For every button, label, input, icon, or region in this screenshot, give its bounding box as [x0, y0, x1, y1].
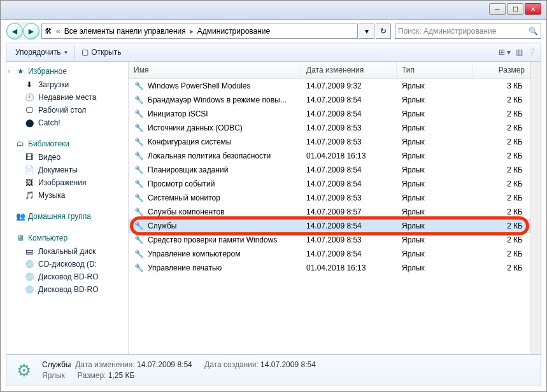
- nav-computer-header[interactable]: 🖥 Компьютер: [6, 231, 128, 245]
- nav-libraries-label: Библиотеки: [28, 139, 69, 148]
- file-row[interactable]: 🔧Службы компонентов14.07.2009 8:57Ярлык2…: [129, 205, 530, 219]
- file-date: 14.07.2009 8:53: [301, 137, 397, 146]
- shortcut-icon: 🔧: [134, 123, 144, 133]
- navigation-pane[interactable]: ▿ ★ Избранное ⬇Загрузки🕘Недавние места🖵Р…: [6, 62, 129, 354]
- file-name: Системный монитор: [148, 193, 220, 202]
- file-date: 14.07.2009 8:53: [301, 123, 397, 132]
- breadcrumb-chevron-icon[interactable]: ▸: [188, 27, 195, 36]
- nav-libraries-header[interactable]: 🗂 Библиотеки: [6, 137, 128, 151]
- nav-computer-label: Компьютер: [28, 234, 67, 242]
- file-row[interactable]: 🔧Службы14.07.2009 8:54Ярлык2 КБ: [129, 219, 530, 233]
- file-name: Просмотр событий: [148, 179, 215, 188]
- file-row[interactable]: 🔧Средство проверки памяти Windows14.07.2…: [129, 233, 530, 247]
- file-rows: 🔧Windows PowerShell Modules14.07.2009 9:…: [129, 79, 530, 354]
- file-row[interactable]: 🔧Управление компьютером14.07.2009 8:54Яр…: [129, 247, 530, 261]
- file-date: 14.07.2009 8:54: [301, 249, 397, 258]
- file-date: 14.07.2009 8:54: [301, 165, 397, 174]
- collapse-icon[interactable]: ▿: [8, 68, 11, 74]
- address-dropdown[interactable]: ▾: [359, 24, 374, 39]
- view-controls: ⊞ ▾ ▥ ❔: [496, 48, 537, 57]
- file-name: Конфигурация системы: [148, 137, 231, 146]
- nav-item[interactable]: 🕘Недавние места: [6, 91, 128, 104]
- column-name[interactable]: Имя: [129, 62, 301, 78]
- title-bar: ─ ☐ ✕: [1, 1, 546, 20]
- recent-icon: 🕘: [24, 92, 34, 102]
- search-box[interactable]: Поиск: Администрирование 🔍: [395, 24, 541, 39]
- nav-item[interactable]: ⬤Catch!: [6, 116, 128, 129]
- file-size: 2 КБ: [473, 95, 530, 104]
- minimize-button[interactable]: ─: [489, 3, 506, 15]
- file-type: Ярлык: [397, 165, 473, 174]
- file-type: Ярлык: [397, 207, 473, 216]
- nav-item[interactable]: ⬇Загрузки: [6, 78, 128, 91]
- nav-item[interactable]: 💿Дисковод BD-RO: [6, 270, 128, 283]
- open-icon: ▢: [82, 48, 89, 57]
- nav-item-label: Документы: [38, 165, 78, 174]
- file-row[interactable]: 🔧Инициатор iSCSI14.07.2009 8:54Ярлык2 КБ: [129, 107, 530, 121]
- forward-button[interactable]: ►: [23, 23, 39, 39]
- file-size: 2 КБ: [473, 151, 530, 160]
- view-mode-button[interactable]: ⊞ ▾: [499, 48, 511, 57]
- nav-item[interactable]: 💿CD-дисковод (D:: [6, 258, 128, 270]
- file-name: Службы: [148, 221, 176, 230]
- back-button[interactable]: ◄: [6, 23, 23, 39]
- nav-item[interactable]: 📄Документы: [6, 164, 128, 176]
- shortcut-icon: 🔧: [134, 193, 144, 203]
- file-row[interactable]: 🔧Брандмауэр Windows в режиме повы...14.0…: [129, 93, 530, 107]
- file-type: Ярлык: [397, 263, 473, 272]
- help-button[interactable]: ❔: [527, 48, 537, 57]
- organize-button[interactable]: Упорядочить ▼: [10, 46, 73, 59]
- file-name: Планировщик заданий: [148, 165, 228, 174]
- file-row[interactable]: 🔧Windows PowerShell Modules14.07.2009 9:…: [129, 79, 530, 93]
- shortcut-icon: 🔧: [134, 81, 144, 91]
- nav-favorites-header[interactable]: ▿ ★ Избранное: [6, 64, 128, 78]
- refresh-button[interactable]: ↻: [376, 24, 391, 39]
- details-size-label: Размер:: [78, 371, 106, 380]
- maximize-button[interactable]: ☐: [507, 3, 523, 15]
- nav-item[interactable]: 🖵Рабочий стол: [6, 104, 128, 116]
- file-type: Ярлык: [397, 109, 473, 118]
- nav-item[interactable]: 💿Дисковод BD-RO: [6, 283, 128, 296]
- open-button[interactable]: ▢ Открыть: [76, 46, 126, 59]
- main-area: ▿ ★ Избранное ⬇Загрузки🕘Недавние места🖵Р…: [6, 62, 541, 354]
- column-date[interactable]: Дата изменения: [301, 62, 397, 78]
- command-bar: Упорядочить ▼ ▢ Открыть ⊞ ▾ ▥ ❔: [6, 43, 541, 62]
- address-bar[interactable]: 🛠 « Все элементы панели управления ▸ Адм…: [41, 24, 358, 39]
- file-row[interactable]: 🔧Источники данных (ODBC)14.07.2009 8:53Я…: [129, 121, 530, 135]
- nav-item-label: Видео: [38, 153, 60, 162]
- nav-bar: ◄ ► 🛠 « Все элементы панели управления ▸…: [6, 21, 541, 41]
- column-type[interactable]: Тип: [397, 62, 473, 78]
- nav-item[interactable]: 🎞Видео: [6, 151, 128, 164]
- file-type: Ярлык: [397, 81, 473, 90]
- file-row[interactable]: 🔧Локальная политика безопасности01.04.20…: [129, 149, 530, 163]
- shortcut-icon: 🔧: [134, 249, 144, 259]
- nav-item-label: Загрузки: [38, 80, 69, 89]
- file-row[interactable]: 🔧Просмотр событий14.07.2009 8:54Ярлык2 К…: [129, 177, 530, 191]
- star-icon: ★: [15, 66, 25, 76]
- close-button[interactable]: ✕: [525, 3, 541, 15]
- file-type: Ярлык: [397, 193, 473, 202]
- nav-homegroup-header[interactable]: 👥 Домашняя группа: [6, 209, 128, 223]
- nav-item-label: Изображения: [38, 178, 86, 187]
- file-size: 2 КБ: [473, 221, 530, 230]
- file-name: Локальная политика безопасности: [148, 151, 271, 160]
- column-size[interactable]: Размер: [473, 62, 530, 78]
- shortcut-icon: 🔧: [134, 109, 144, 119]
- explorer-window: ─ ☐ ✕ ◄ ► 🛠 « Все элементы панели управл…: [0, 0, 547, 392]
- scrollbar-vertical[interactable]: [530, 62, 541, 354]
- file-row[interactable]: 🔧Планировщик заданий14.07.2009 8:54Ярлык…: [129, 163, 530, 177]
- nav-item[interactable]: 🖼Изображения: [6, 176, 128, 189]
- breadcrumb-part-1[interactable]: Все элементы панели управления: [64, 27, 186, 36]
- breadcrumb-part-2[interactable]: Администрирование: [197, 27, 270, 36]
- control-panel-icon: 🛠: [45, 27, 52, 36]
- preview-pane-button[interactable]: ▥: [516, 48, 523, 57]
- nav-item[interactable]: 🖴Локальный диск: [6, 245, 128, 258]
- file-row[interactable]: 🔧Конфигурация системы14.07.2009 8:53Ярлы…: [129, 135, 530, 149]
- file-row[interactable]: 🔧Системный монитор14.07.2009 8:53Ярлык2 …: [129, 191, 530, 205]
- search-placeholder: Поиск: Администрирование: [398, 27, 529, 36]
- nav-item[interactable]: 🎵Музыка: [6, 189, 128, 202]
- file-name: Управление печатью: [148, 263, 222, 272]
- catch-icon: ⬤: [24, 118, 34, 128]
- file-row[interactable]: 🔧Управление печатью01.04.2018 16:13Ярлык…: [129, 261, 530, 275]
- file-date: 14.07.2009 8:54: [301, 221, 397, 230]
